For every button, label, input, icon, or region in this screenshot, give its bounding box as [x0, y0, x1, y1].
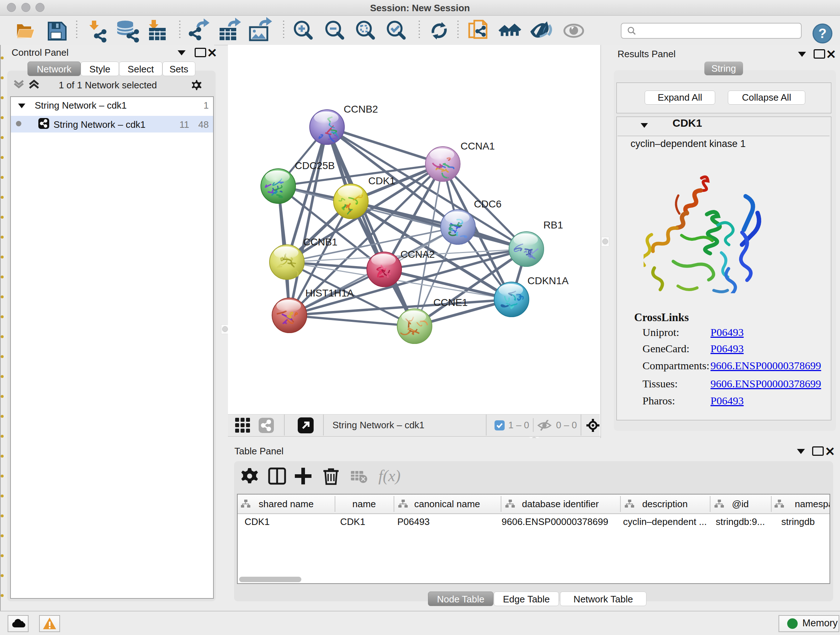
svg-text:CCNB2: CCNB2: [344, 103, 378, 115]
svg-text:RB1: RB1: [543, 219, 563, 231]
svg-text:CCNB1: CCNB1: [303, 236, 338, 248]
svg-text:CDC25B: CDC25B: [295, 160, 335, 171]
svg-text:HIST1H1A: HIST1H1A: [305, 287, 354, 299]
svg-text:CCNA2: CCNA2: [401, 249, 435, 260]
svg-text:CDK1: CDK1: [368, 175, 395, 187]
svg-text:CCNE1: CCNE1: [433, 297, 468, 308]
svg-text:CDC6: CDC6: [474, 198, 501, 210]
svg-text:CDKN1A: CDKN1A: [527, 275, 569, 287]
svg-text:CCNA1: CCNA1: [461, 141, 495, 152]
svg-text:f(x): f(x): [378, 467, 401, 485]
